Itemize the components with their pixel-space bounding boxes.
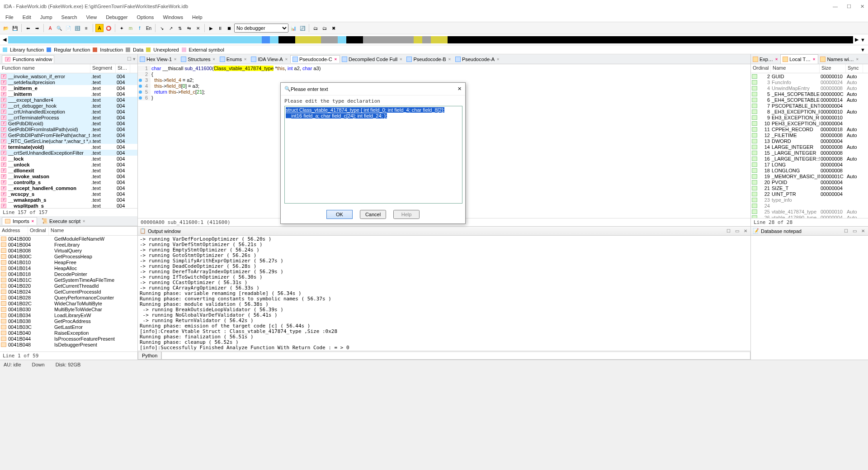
type-row[interactable]: 7PSCOPETABLE_ENTRY00000004 — [751, 103, 868, 109]
function-row[interactable]: fterminate(void).text004 — [0, 144, 137, 150]
function-row[interactable]: f__initterm_e.text004 — [0, 85, 137, 91]
tool-text-icon[interactable]: 📄 — [64, 24, 72, 32]
tool-en-icon[interactable]: En — [145, 24, 153, 32]
function-row[interactable]: f__invoke_watson_if_error.text004 — [0, 73, 137, 79]
tool-star-icon[interactable]: ✦ — [118, 24, 126, 32]
tool-a-icon[interactable]: A — [46, 24, 54, 32]
type-row[interactable]: 23type_info — [751, 197, 868, 203]
notepad-close-icon[interactable]: ✕ — [860, 228, 866, 233]
tab-close-icon[interactable]: × — [284, 57, 288, 62]
tool-jmp1-icon[interactable]: ↘ — [158, 24, 166, 32]
import-row[interactable]: 0041B040RaiseException — [0, 330, 137, 336]
search-icon[interactable]: 🔍 — [55, 24, 63, 32]
menu-search[interactable]: Search — [58, 14, 81, 21]
maximize-icon[interactable]: ☐ — [847, 4, 851, 9]
help-button[interactable]: Help — [393, 210, 420, 219]
import-row[interactable]: 0041B028QueryPerformanceCounter — [0, 294, 137, 300]
function-row[interactable]: fGetPdbDllPathFromFilePath(wchar_t cons…… — [0, 132, 137, 138]
col-address[interactable]: Address — [0, 227, 28, 235]
code-tab[interactable]: Enums× — [218, 56, 250, 63]
legend-dropdown-icon[interactable]: ▼ — [860, 47, 865, 52]
nav-right-icon[interactable]: ▶ — [855, 37, 859, 43]
import-row[interactable]: 0041B03CGetLastError — [0, 324, 137, 330]
tool-jmp2-icon[interactable]: ↗ — [167, 24, 175, 32]
back-icon[interactable]: ⬅ — [24, 24, 32, 32]
tab-drop-icon[interactable]: ☐ ▾ — [127, 56, 136, 62]
tab-close-icon[interactable]: × — [855, 57, 859, 62]
code-tab[interactable]: IDA View-A× — [249, 56, 290, 63]
function-row[interactable]: f__crt_debugger_hook.text004 — [0, 103, 137, 109]
tool-hex-icon[interactable]: A — [95, 24, 104, 32]
type-row[interactable]: 4UnwindMapEntry00000008Auto — [751, 85, 868, 91]
tab-close-icon[interactable]: × — [496, 57, 500, 62]
tool-hx-icon[interactable]: ✖ — [330, 24, 338, 32]
type-row[interactable]: 6_EH4_SCOPETABLE00000014Auto — [751, 97, 868, 103]
menu-jump[interactable]: Jump — [37, 14, 56, 21]
function-row[interactable]: f_wcscpy_s.text004 — [0, 191, 137, 197]
menu-view[interactable]: View — [82, 14, 100, 21]
output-min-icon[interactable]: ☐ — [725, 228, 732, 233]
type-row[interactable]: 14LARGE_INTEGER00000008Auto — [751, 144, 868, 150]
function-row[interactable]: f__unlock.text004 — [0, 161, 137, 167]
import-row[interactable]: 0041B020GetCurrentThreadId — [0, 283, 137, 289]
notepad-max-icon[interactable]: ▭ — [851, 228, 858, 233]
tab-close-icon[interactable]: × — [774, 57, 778, 62]
tab-execute-script[interactable]: 📜 Execute script × — [40, 217, 88, 225]
type-row[interactable]: 19_MEMORY_BASIC_INFORM…0000001CAuto — [751, 173, 868, 179]
code-tab[interactable]: Structures× — [179, 56, 217, 63]
tool-fn-icon[interactable]: f — [136, 24, 144, 32]
menu-file[interactable]: File — [2, 14, 17, 21]
function-row[interactable]: f___except_handler4.text004 — [0, 97, 137, 103]
types-list[interactable]: 2GUID00000010Auto3FuncInfo00000024Auto4U… — [751, 73, 868, 218]
col-function-name[interactable]: Function name — [0, 64, 90, 73]
save-icon[interactable]: 💾 — [11, 24, 19, 32]
import-row[interactable]: 0041B008VirtualQuery — [0, 247, 137, 253]
close-icon[interactable]: ✕ — [860, 4, 864, 9]
type-row[interactable]: 3FuncInfo00000024Auto — [751, 79, 868, 85]
menu-edit[interactable]: Edit — [19, 14, 35, 21]
script-close-icon[interactable]: × — [82, 219, 86, 223]
function-row[interactable]: f__setdefaultprecision.text004 — [0, 79, 137, 85]
imports-close-icon[interactable]: × — [31, 219, 35, 223]
function-row[interactable]: f__crtSetUnhandledExceptionFilter.text00… — [0, 150, 137, 156]
open-icon[interactable]: 📂 — [2, 24, 10, 32]
import-row[interactable]: 0041B01CGetSystemTimeAsFileTime — [0, 277, 137, 283]
cancel-button[interactable]: Cancel — [360, 210, 386, 219]
type-row[interactable]: 15_LARGE_INTEGER00000008 — [751, 150, 868, 156]
function-row[interactable]: f__wsplitpath_s.text004 — [0, 203, 137, 208]
output-max-icon[interactable]: ▭ — [734, 228, 741, 233]
function-row[interactable]: f__wmakepath_s.text004 — [0, 197, 137, 203]
type-row[interactable]: 5_EH4_SCOPETABLE_RECORD0000000CAuto — [751, 91, 868, 97]
col-sync[interactable]: Sync — [846, 64, 863, 73]
tab-close-icon[interactable]: × — [334, 57, 338, 62]
code-tab[interactable]: Decompiled Code Full× — [340, 56, 405, 63]
tool-g1-icon[interactable]: 📊 — [289, 24, 297, 32]
function-row[interactable]: f_RTC_GetSrcLine(uchar *,wchar_t *,ulon…… — [0, 138, 137, 144]
function-row[interactable]: f__invoke_watson.text004 — [0, 173, 137, 179]
type-row[interactable]: 26vtable_417890_type00000004Auto — [751, 214, 868, 218]
function-row[interactable]: f__initterm.text004 — [0, 91, 137, 97]
type-row[interactable]: 25vtable_417874_type00000010Auto — [751, 209, 868, 214]
menu-debugger[interactable]: Debugger — [102, 14, 131, 21]
debug-stop-icon[interactable]: ⏹ — [225, 24, 233, 32]
import-row[interactable]: 0041B010HeapFree — [0, 259, 137, 265]
import-row[interactable]: 0041B048IsDebuggerPresent — [0, 342, 137, 347]
imports-list[interactable]: 0041B000GetModuleFileNameW0041B004FreeLi… — [0, 236, 137, 351]
tool-h2-icon[interactable]: 🗂 — [321, 24, 329, 32]
type-row[interactable]: 13DWORD00000004 — [751, 138, 868, 144]
import-row[interactable]: 0041B030MultiByteToWideChar — [0, 306, 137, 312]
function-row[interactable]: f__lock.text004 — [0, 156, 137, 161]
tab-close-icon[interactable]: × — [212, 57, 216, 62]
import-row[interactable]: 0041B00CGetProcessHeap — [0, 253, 137, 259]
type-row[interactable]: 17LONG00000004 — [751, 161, 868, 167]
function-row[interactable]: f__crtTerminateProcess.text004 — [0, 114, 137, 120]
dialog-close-icon[interactable]: ✕ — [458, 86, 462, 92]
python-input[interactable] — [161, 351, 750, 360]
tab-close-icon[interactable]: × — [173, 57, 177, 62]
python-label[interactable]: Python — [138, 351, 161, 360]
tab-functions[interactable]: f Functions window — [2, 55, 54, 63]
type-row[interactable]: 2GUID00000010Auto — [751, 73, 868, 79]
type-row[interactable]: 22UINT_PTR00000004 — [751, 191, 868, 197]
type-row[interactable]: 11CPPEH_RECORD00000018Auto — [751, 126, 868, 132]
import-row[interactable]: 0041B014HeapAlloc — [0, 265, 137, 271]
